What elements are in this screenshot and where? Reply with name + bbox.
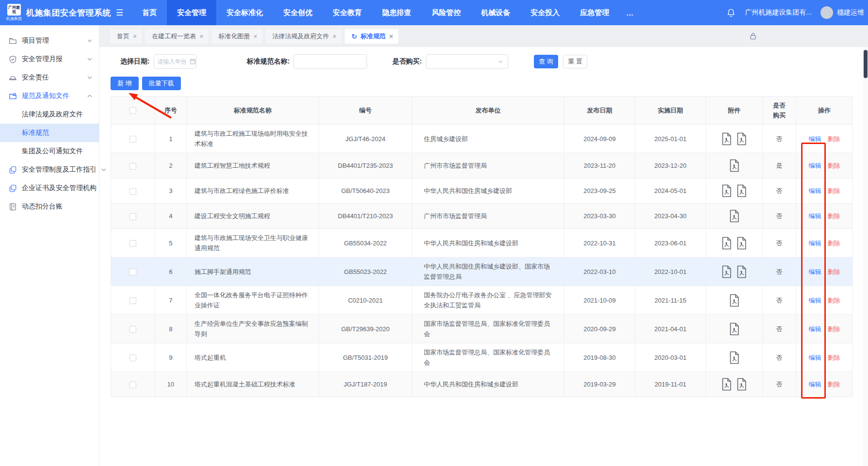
- edit-link[interactable]: 编辑: [809, 381, 821, 388]
- pdf-attachment-icon[interactable]: [721, 265, 732, 278]
- pdf-attachment-icon[interactable]: [721, 378, 732, 391]
- lock-icon[interactable]: [750, 32, 756, 40]
- pdf-attachment-icon[interactable]: [729, 322, 740, 336]
- sidebar-item-safety-system-work-guidelines[interactable]: 安全管理制度及工作指引: [0, 161, 99, 179]
- table-row: 2 建筑工程智慧工地技术规程 DB4401/T235-2023 广州市市场监督管…: [111, 153, 853, 178]
- delete-link[interactable]: 删除: [828, 162, 840, 169]
- close-icon[interactable]: ×: [133, 33, 137, 40]
- tab[interactable]: ↻ 标准化图册 ×: [211, 29, 262, 44]
- avatar[interactable]: [820, 6, 833, 19]
- logo-seal-text: 广州建筑: [8, 5, 20, 14]
- delete-link[interactable]: 删除: [828, 325, 840, 333]
- pdf-attachment-icon[interactable]: [721, 237, 732, 250]
- pdf-attachment-icon[interactable]: [736, 378, 747, 391]
- delete-link[interactable]: 删除: [828, 187, 840, 194]
- notification-bell-icon[interactable]: [727, 8, 735, 17]
- sidebar-item-dynamic-deduction-ledger[interactable]: 动态扣分台账: [0, 197, 99, 216]
- pdf-attachment-icon[interactable]: [729, 351, 740, 364]
- pdf-attachment-icon[interactable]: [721, 184, 732, 197]
- edit-link[interactable]: 编辑: [809, 354, 821, 361]
- row-checkbox[interactable]: [129, 326, 136, 333]
- row-spec-name: 建筑工程智慧工地技术规程: [187, 153, 319, 178]
- tab[interactable]: ↻ 在建工程一览表 ×: [145, 29, 208, 44]
- nav-item[interactable]: 风险管控: [421, 0, 471, 25]
- search-button[interactable]: 查 询: [534, 55, 558, 68]
- sidebar-item-safety-monthly-report[interactable]: 安全管理月报: [0, 50, 99, 68]
- delete-link[interactable]: 删除: [828, 297, 840, 304]
- row-checkbox[interactable]: [129, 382, 136, 388]
- col-header-seq: 序号: [155, 96, 187, 125]
- close-icon[interactable]: ×: [389, 33, 393, 40]
- row-checkbox[interactable]: [129, 297, 136, 304]
- username[interactable]: 穗建运维: [837, 8, 864, 17]
- close-icon[interactable]: ×: [199, 33, 203, 40]
- edit-link[interactable]: 编辑: [809, 162, 821, 169]
- edit-link[interactable]: 编辑: [809, 240, 821, 247]
- pdf-attachment-icon[interactable]: [729, 209, 740, 223]
- edit-link[interactable]: 编辑: [809, 135, 821, 143]
- nav-item[interactable]: 安全管理: [167, 0, 216, 25]
- refresh-icon[interactable]: ↻: [352, 33, 357, 40]
- filter-bar: 选择日期: 标准规范名称: 是否购买: 查 询 重 置: [99, 47, 868, 69]
- spec-name-input[interactable]: [293, 54, 367, 69]
- tab[interactable]: ↻ 法律法规及政府文件 ×: [266, 29, 341, 44]
- batch-download-button[interactable]: 批量下载: [142, 77, 181, 90]
- row-checkbox[interactable]: [129, 136, 136, 143]
- delete-link[interactable]: 删除: [828, 212, 840, 220]
- select-all-checkbox[interactable]: [129, 107, 136, 114]
- row-checkbox[interactable]: [129, 163, 136, 170]
- sidebar-item-regulations-and-notices[interactable]: 规范及通知文件: [0, 87, 99, 105]
- delete-link[interactable]: 删除: [828, 354, 840, 361]
- delete-link[interactable]: 删除: [828, 240, 840, 247]
- company-name[interactable]: 广州机施建设集团有...: [745, 8, 812, 17]
- delete-link[interactable]: 删除: [828, 268, 840, 275]
- delete-link[interactable]: 删除: [828, 135, 840, 143]
- row-checkbox[interactable]: [129, 240, 136, 247]
- sidebar-item-project-management[interactable]: 项目管理: [0, 32, 99, 50]
- vertical-scrollbar[interactable]: [863, 47, 868, 466]
- row-checkbox[interactable]: [129, 213, 136, 220]
- tab[interactable]: ↻ 首页 ×: [110, 29, 142, 44]
- edit-link[interactable]: 编辑: [809, 268, 821, 275]
- row-checkbox[interactable]: [129, 269, 136, 275]
- close-icon[interactable]: ×: [253, 33, 257, 40]
- purchased-select[interactable]: [426, 54, 508, 69]
- nav-item[interactable]: 安全投入: [520, 0, 570, 25]
- pdf-attachment-icon[interactable]: [729, 159, 740, 172]
- pdf-attachment-icon[interactable]: [729, 294, 740, 307]
- pdf-attachment-icon[interactable]: [721, 132, 732, 145]
- nav-item[interactable]: 首页: [132, 0, 167, 25]
- edit-link[interactable]: 编辑: [809, 325, 821, 333]
- sidebar-item-safety-responsibility[interactable]: 安全责任: [0, 68, 99, 87]
- close-icon[interactable]: ×: [333, 33, 337, 40]
- nav-item[interactable]: 隐患排查: [372, 0, 421, 25]
- delete-link[interactable]: 删除: [828, 381, 840, 388]
- add-button[interactable]: 新 增: [111, 77, 139, 90]
- nav-item[interactable]: …: [619, 0, 640, 25]
- sidebar-item-enterprise-certificates[interactable]: 企业证书及安全管理机构: [0, 179, 99, 197]
- year-input[interactable]: [158, 58, 188, 65]
- pdf-attachment-icon[interactable]: [736, 265, 747, 278]
- nav-item[interactable]: 安全标准化: [216, 0, 273, 25]
- year-date-picker[interactable]: [154, 54, 196, 69]
- pdf-attachment-icon[interactable]: [736, 237, 747, 250]
- app-header: 广州建筑 机施集团 机施集团安全管理系统 ☰ 首页安全管理安全标准化安全创优安全…: [0, 0, 868, 25]
- scrollbar-thumb[interactable]: [864, 50, 868, 78]
- edit-link[interactable]: 编辑: [809, 297, 821, 304]
- row-checkbox[interactable]: [129, 354, 136, 361]
- sidebar-collapse-icon[interactable]: ☰: [116, 8, 123, 18]
- pdf-attachment-icon[interactable]: [736, 132, 747, 145]
- nav-item[interactable]: 安全创优: [273, 0, 322, 25]
- row-checkbox[interactable]: [129, 188, 136, 195]
- pdf-attachment-icon[interactable]: [736, 184, 747, 197]
- sidebar-subitem-standard-specifications[interactable]: 标准规范: [0, 124, 99, 142]
- tab[interactable]: ↻ 标准规范 ×: [345, 29, 398, 44]
- edit-link[interactable]: 编辑: [809, 212, 821, 220]
- nav-item[interactable]: 安全教育: [322, 0, 372, 25]
- sidebar-subitem-laws-and-government-documents[interactable]: 法律法规及政府文件: [0, 105, 99, 124]
- reset-button[interactable]: 重 置: [563, 55, 587, 68]
- sidebar-subitem-group-company-notices[interactable]: 集团及公司通知文件: [0, 142, 99, 161]
- edit-link[interactable]: 编辑: [809, 187, 821, 194]
- nav-item[interactable]: 应急管理: [570, 0, 619, 25]
- nav-item[interactable]: 机械设备: [471, 0, 520, 25]
